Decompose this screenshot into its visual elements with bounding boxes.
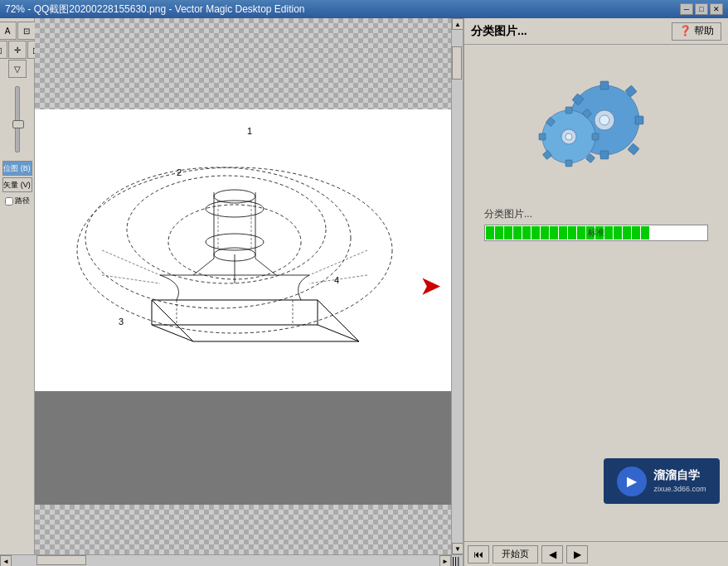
red-arrow: ➤	[420, 275, 439, 298]
right-panel-title: 分类图片...	[471, 24, 527, 39]
watermark-area: ▶ 溜溜自学 zixue.3d66.com	[464, 475, 728, 541]
help-button[interactable]: ❓ 帮助	[672, 22, 721, 41]
zoom-slider	[15, 86, 20, 152]
slider-thumb[interactable]	[12, 120, 24, 128]
watermark-icon: ▶	[617, 467, 647, 496]
right-bottom-bar: ⏮ 开始页 ◀ ▶	[464, 541, 728, 566]
right-panel-content: 分类图片... 标准	[464, 45, 728, 475]
progress-segment	[550, 226, 558, 239]
vertical-scrollbar: ▲ ▼	[451, 18, 463, 554]
left-panel: A ⊡ ◁ ✛ ▷ ▽	[0, 18, 463, 566]
svg-point-38	[599, 115, 609, 125]
bitmap-label-button[interactable]: 位图 (B)	[2, 161, 32, 176]
progress-section: 分类图片... 标准	[478, 207, 715, 241]
technical-drawing-svg: 1 2 3 4	[35, 109, 451, 391]
bottom-labels: 位图 (B) 矢量 (V) 路径	[2, 161, 32, 206]
progress-segment	[641, 226, 649, 239]
next-button[interactable]: ▶	[566, 545, 588, 564]
down-arrow-button[interactable]: ▽	[8, 60, 27, 78]
svg-rect-41	[565, 160, 572, 167]
checkerboard-bottom	[35, 505, 451, 554]
right-panel-header: 分类图片... ❓ 帮助	[464, 18, 728, 45]
scrollbar-thumb-h[interactable]	[36, 555, 86, 565]
center-tool-button[interactable]: ✛	[8, 41, 27, 59]
progress-segment	[614, 226, 622, 239]
gear-illustration	[513, 58, 679, 191]
progress-segment	[604, 226, 613, 239]
window-controls: ─ □ ✕	[680, 3, 723, 15]
scrollbar-track-v[interactable]	[452, 30, 463, 543]
progress-segment	[568, 226, 576, 239]
svg-rect-42	[539, 133, 546, 140]
left-toolbar: A ⊡ ◁ ✛ ▷ ▽	[0, 18, 35, 554]
title-bar: 72% - QQ截图20200228155630.png - Vector Ma…	[0, 0, 728, 18]
progress-segment	[486, 226, 494, 239]
progress-segment	[504, 226, 512, 239]
progress-segment	[559, 226, 567, 239]
arrow-tool-button[interactable]: A	[0, 22, 17, 40]
vector-label-button[interactable]: 矢量 (V)	[2, 177, 32, 192]
watermark-text: 溜溜自学 zixue.3d66.com	[653, 467, 706, 494]
progress-segment	[541, 226, 549, 239]
progress-text: 标准	[588, 227, 604, 239]
svg-text:1: 1	[247, 126, 252, 136]
svg-rect-32	[635, 116, 643, 124]
watermark: ▶ 溜溜自学 zixue.3d66.com	[604, 458, 720, 504]
svg-point-49	[565, 133, 572, 140]
progress-bar: 标准	[484, 225, 708, 241]
horizontal-scrollbar: ◄ ► |||	[0, 554, 463, 566]
progress-segment	[531, 226, 540, 239]
progress-label: 分类图片...	[484, 207, 708, 221]
scrollbar-track-h[interactable]	[12, 555, 439, 566]
svg-rect-30	[600, 151, 609, 159]
svg-text:2: 2	[177, 167, 182, 177]
progress-segment	[632, 226, 640, 239]
progress-segment	[513, 226, 522, 239]
start-page-button[interactable]: 开始页	[493, 545, 538, 564]
scrollbar-left-button[interactable]: ◄	[0, 555, 12, 566]
main-container: A ⊡ ◁ ✛ ▷ ▽	[0, 18, 728, 566]
maximize-button[interactable]: □	[695, 3, 708, 15]
svg-rect-43	[592, 133, 599, 140]
svg-rect-40	[565, 107, 572, 114]
svg-text:3: 3	[119, 317, 124, 327]
scrollbar-right-button[interactable]: ►	[439, 555, 451, 566]
svg-rect-29	[600, 81, 609, 89]
canvas-area: 1 2 3 4	[35, 18, 451, 554]
close-button[interactable]: ✕	[710, 3, 723, 15]
gear-svg	[517, 62, 675, 186]
frame-tool-button[interactable]: ⊡	[17, 22, 36, 40]
slider-track[interactable]	[15, 86, 20, 152]
scrollbar-thumb-v[interactable]	[452, 46, 462, 80]
progress-segment	[577, 226, 585, 239]
window-title: 72% - QQ截图20200228155630.png - Vector Ma…	[5, 2, 305, 17]
progress-segment	[522, 226, 531, 239]
minimize-button[interactable]: ─	[680, 3, 693, 15]
path-checkbox[interactable]	[5, 197, 13, 206]
canvas-wrapper: A ⊡ ◁ ✛ ▷ ▽	[0, 18, 463, 554]
progress-segment	[495, 226, 503, 239]
right-panel: 分类图片... ❓ 帮助	[463, 18, 728, 566]
progress-segment	[623, 226, 631, 239]
first-page-button[interactable]: ⏮	[468, 545, 489, 564]
scrollbar-down-button[interactable]: ▼	[452, 543, 463, 554]
prev-button[interactable]: ◀	[541, 545, 563, 564]
scrollbar-up-button[interactable]: ▲	[452, 18, 463, 30]
svg-rect-36	[628, 143, 639, 155]
drawing-area: 1 2 3 4	[35, 109, 451, 391]
svg-text:4: 4	[334, 275, 339, 285]
left-arrow-button[interactable]: ◁	[0, 41, 7, 59]
scroll-corner: |||	[451, 555, 463, 566]
